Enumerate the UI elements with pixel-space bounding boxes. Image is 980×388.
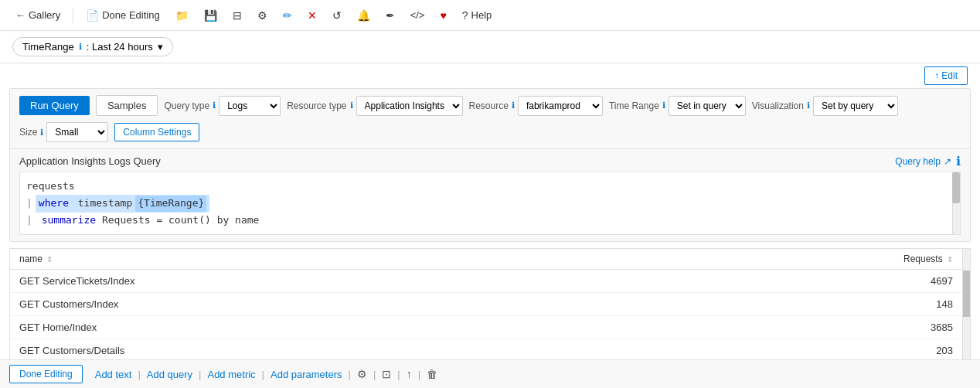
time-range-label: TimeRange [22, 41, 74, 53]
pipe-2: | [26, 213, 32, 229]
code-line-2: | where timestamp {TimeRange} [26, 195, 954, 213]
table-row: GET Customers/Index 148 [10, 293, 970, 316]
sort-icon-requests: ⇕ [947, 255, 953, 264]
add-text-link[interactable]: Add text [95, 369, 132, 380]
query-type-select[interactable]: Logs [219, 96, 281, 116]
settings-bottom-icon[interactable]: ⚙ [357, 368, 367, 380]
col-requests-header[interactable]: Requests ⇕ [633, 249, 970, 270]
folder-icon: 📁 [175, 9, 189, 22]
size-label: Size [19, 127, 37, 138]
close-icon: ✕ [308, 9, 317, 22]
done-editing-button[interactable]: Done Editing [9, 365, 83, 383]
add-parameters-link[interactable]: Add parameters [271, 369, 342, 380]
close-btn[interactable]: ✕ [301, 6, 323, 25]
feather-btn[interactable]: ✒ [379, 6, 401, 25]
sep-5: | [373, 369, 376, 380]
settings-icon: ⚙ [257, 9, 267, 22]
cell-requests: 148 [633, 293, 970, 316]
done-editing-toolbar-btn[interactable]: 📄 Done Editing [80, 6, 165, 25]
delete-bottom-icon[interactable]: 🗑 [427, 368, 437, 380]
edit-button[interactable]: ↑ Edit [924, 66, 968, 85]
param-timerange: {TimeRange} [135, 196, 206, 212]
edit-bar: ↑ Edit [0, 63, 980, 88]
time-range-bar: TimeRange ℹ : Last 24 hours ▾ [0, 31, 980, 63]
time-range-query-label: Time Range [609, 100, 659, 111]
help-btn[interactable]: ? Help [456, 6, 499, 25]
pencil-btn[interactable]: ✏ [277, 6, 298, 25]
kw-where: where [39, 196, 69, 212]
resource-type-label: Resource type [287, 100, 346, 111]
time-range-info-icon: ℹ [79, 42, 82, 52]
code-scrollbar[interactable] [952, 172, 960, 234]
sep-7: | [418, 369, 420, 380]
resource-group: Resource ℹ fabrikamprod [469, 96, 603, 116]
table-row: GET Home/Index 3685 [10, 316, 970, 339]
col-name-header[interactable]: name ⇕ [10, 249, 633, 270]
toolbar-divider-1 [73, 8, 73, 23]
code-btn[interactable]: </> [404, 6, 431, 24]
samples-button[interactable]: Samples [96, 95, 158, 116]
settings-btn[interactable]: ⚙ [251, 6, 274, 25]
sep-4: | [349, 369, 351, 380]
size-group: Size ℹ Small [19, 122, 108, 142]
sep-3: | [262, 369, 264, 380]
code-scrollbar-thumb [952, 172, 960, 203]
size-select[interactable]: Small [46, 122, 108, 142]
bell-btn[interactable]: 🔔 [351, 6, 376, 25]
time-range-query-group: Time Range ℹ Set in query [609, 96, 746, 116]
column-settings-button[interactable]: Column Settings [114, 123, 199, 141]
save-icon: 💾 [204, 9, 217, 22]
refresh-btn[interactable]: ↺ [326, 6, 348, 25]
code-icon: </> [410, 9, 425, 21]
add-metric-link[interactable]: Add metric [207, 369, 255, 380]
heart-btn[interactable]: ♥ [434, 6, 452, 25]
gallery-nav[interactable]: ← Gallery [9, 6, 66, 24]
cell-name: GET Home/Index [10, 316, 633, 339]
query-type-label: Query type [164, 100, 209, 111]
visualization-select[interactable]: Set by query [813, 96, 898, 116]
bottom-bar: Done Editing Add text | Add query | Add … [0, 359, 980, 388]
cell-requests: 3685 [633, 316, 970, 339]
feather-icon: ✒ [386, 9, 395, 22]
query-editor-header: Application Insights Logs Query Query he… [10, 149, 970, 172]
main-toolbar: ← Gallery 📄 Done Editing 📁 💾 ⊟ ⚙ ✏ ✕ ↺ [0, 0, 980, 31]
query-title: Application Insights Logs Query [19, 155, 161, 167]
time-range-query-select[interactable]: Set in query [669, 96, 746, 116]
cell-requests: 4697 [633, 270, 970, 293]
visualization-group: Visualization ℹ Set by query [752, 96, 898, 116]
query-help-link[interactable]: Query help ↗ [895, 156, 951, 167]
sep-2: | [199, 369, 201, 380]
cell-name: GET ServiceTickets/Index [10, 270, 633, 293]
results-scrollbar-thumb [963, 271, 971, 317]
sep-6: | [397, 369, 400, 380]
query-type-group: Query type ℹ Logs [164, 96, 281, 116]
kw-timestamp: timestamp [72, 196, 132, 212]
save-btn[interactable]: 💾 [198, 6, 223, 25]
done-editing-toolbar-label: Done Editing [102, 9, 159, 21]
add-query-link[interactable]: Add query [147, 369, 192, 380]
query-help-label: Query help [895, 156, 941, 167]
copy-btn[interactable]: ⊟ [226, 6, 248, 25]
time-range-button[interactable]: TimeRange ℹ : Last 24 hours ▾ [12, 37, 173, 56]
time-range-value: : Last 24 hours [87, 41, 153, 53]
query-code-area[interactable]: requests | where timestamp {TimeRange} |… [19, 172, 961, 235]
clone-bottom-icon[interactable]: ⊡ [382, 368, 391, 380]
pipe-1: | [26, 196, 32, 212]
sep-1: | [138, 369, 140, 380]
help-label: Help [471, 9, 492, 21]
resource-select[interactable]: fabrikamprod [518, 96, 603, 116]
code-summarize: summarize Requests = count() by name [36, 213, 260, 229]
resource-type-group: Resource type ℹ Application Insights [287, 96, 462, 116]
resource-type-select[interactable]: Application Insights [356, 96, 463, 116]
sort-icon-name: ⇕ [46, 255, 53, 264]
size-info-icon: ℹ [40, 128, 43, 138]
folder-btn[interactable]: 📁 [169, 6, 195, 25]
visualization-label: Visualization [752, 100, 804, 111]
move-up-bottom-icon[interactable]: ↑ [407, 368, 412, 380]
run-query-button[interactable]: Run Query [19, 96, 90, 115]
resource-label: Resource [469, 100, 509, 111]
external-link-icon: ↗ [944, 156, 951, 167]
query-toolbar: Run Query Samples Query type ℹ Logs Reso… [10, 89, 970, 149]
table-row: GET ServiceTickets/Index 4697 [10, 270, 970, 293]
resource-type-info-icon: ℹ [350, 100, 353, 111]
